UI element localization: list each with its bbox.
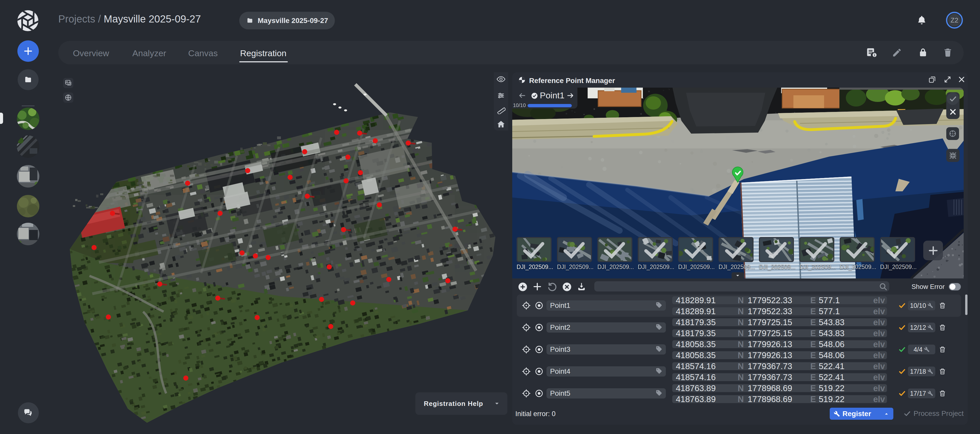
svg-text:A: A bbox=[952, 132, 954, 135]
